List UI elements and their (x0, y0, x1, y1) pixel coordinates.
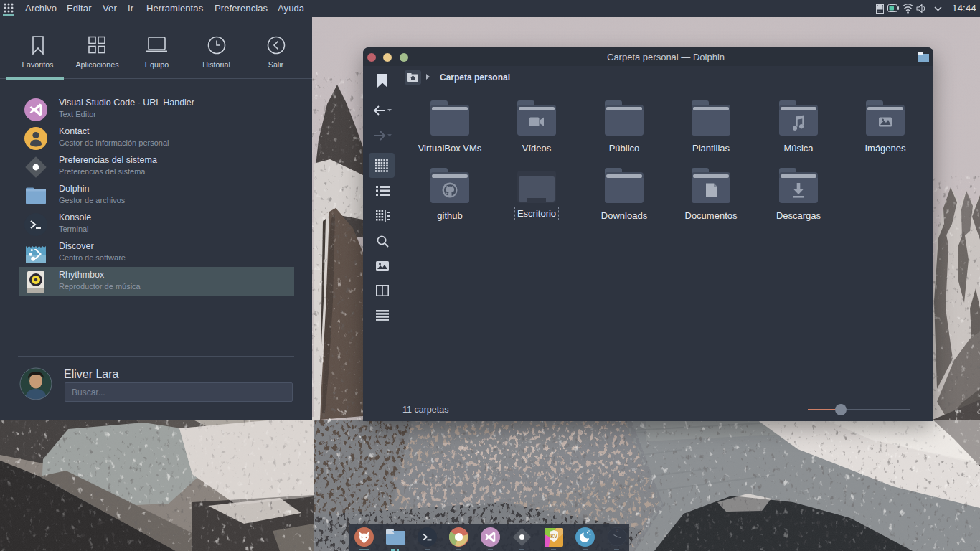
svg-text:12: 12 (616, 529, 619, 532)
svg-text:KV: KV (550, 534, 557, 539)
